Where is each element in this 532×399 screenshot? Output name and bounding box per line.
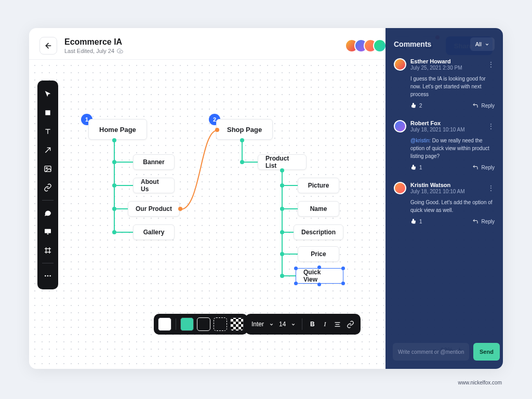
align-icon[interactable] xyxy=(334,321,341,328)
comment-text: @kristin: Do we really need the option o… xyxy=(410,137,495,160)
thumbs-up-icon xyxy=(410,102,417,109)
comment-more-button[interactable]: ⋮ xyxy=(487,60,495,69)
port xyxy=(280,230,284,234)
thumbs-up-icon xyxy=(410,164,417,170)
reply-button[interactable]: Reply xyxy=(472,218,495,224)
comment-tool[interactable] xyxy=(39,205,56,221)
back-button[interactable] xyxy=(39,37,57,55)
bold-button[interactable]: B xyxy=(309,321,316,328)
node-home-page[interactable]: Home Page xyxy=(88,119,147,140)
port xyxy=(280,207,284,211)
monitor-icon xyxy=(44,228,52,236)
selection-handle[interactable] xyxy=(317,283,321,286)
text-toolbar: Inter 14 B I xyxy=(245,314,361,335)
chevron-down-icon xyxy=(291,322,296,327)
comment-author: Kristin Watson xyxy=(410,182,483,188)
connector xyxy=(244,162,258,163)
port xyxy=(280,274,284,278)
comment: Esther Howard July 25, 2021 2:30 PM ⋮ I … xyxy=(394,58,495,109)
node-banner[interactable]: Banner xyxy=(133,154,175,170)
node-about-us[interactable]: About Us xyxy=(133,178,175,193)
selection-handle[interactable] xyxy=(294,282,298,285)
reply-button[interactable]: Reply xyxy=(472,102,495,109)
arrow-icon xyxy=(44,146,52,154)
comments-panel: Comments All Esther Howard July 25, 2021… xyxy=(385,28,503,369)
port xyxy=(112,207,116,211)
present-tool[interactable] xyxy=(39,223,56,240)
selection-handle[interactable] xyxy=(294,267,298,270)
svg-rect-18 xyxy=(45,229,51,233)
more-tool[interactable] xyxy=(39,268,56,284)
like-button[interactable]: 1 xyxy=(410,164,422,170)
doc-meta: Last Edited, July 24 xyxy=(64,48,123,54)
connector xyxy=(284,208,298,209)
connector xyxy=(116,208,128,209)
link-tool[interactable] xyxy=(39,179,56,196)
cursor-tool[interactable] xyxy=(39,86,56,102)
separator xyxy=(176,318,176,330)
frame-tool[interactable] xyxy=(39,242,56,259)
comments-filter[interactable]: All xyxy=(470,37,495,51)
selection-handle[interactable] xyxy=(341,282,345,285)
font-select[interactable]: Inter xyxy=(251,321,264,328)
connector xyxy=(284,254,298,255)
reply-icon xyxy=(472,218,478,224)
font-size-select[interactable]: 14 xyxy=(279,321,286,328)
pattern-checker[interactable] xyxy=(230,317,244,331)
avatar xyxy=(394,182,406,194)
send-button[interactable]: Send xyxy=(473,343,500,361)
node-quick-view[interactable]: Quick View xyxy=(296,268,343,284)
filter-label: All xyxy=(475,41,482,47)
italic-button[interactable]: I xyxy=(321,321,328,328)
fill-swatch[interactable] xyxy=(158,317,171,331)
comments-list: Esther Howard July 25, 2021 2:30 PM ⋮ I … xyxy=(385,58,503,337)
collaborator-avatars[interactable] xyxy=(349,39,387,52)
rectangle-tool[interactable] xyxy=(39,104,56,121)
border-solid[interactable] xyxy=(180,317,194,331)
border-outline[interactable] xyxy=(197,317,210,331)
port xyxy=(112,230,116,234)
node-name[interactable]: Name xyxy=(298,201,339,217)
comment-input[interactable] xyxy=(393,343,469,361)
arrow-left-icon xyxy=(44,42,52,50)
reply-button[interactable]: Reply xyxy=(472,164,495,170)
more-icon xyxy=(44,272,52,280)
node-shop-page[interactable]: Shop Page xyxy=(216,119,273,140)
port xyxy=(240,160,244,164)
like-button[interactable]: 1 xyxy=(410,218,422,224)
comment: Robert Fox July 18, 2021 10:10 AM ⋮ @kri… xyxy=(394,120,495,170)
image-tool[interactable] xyxy=(39,161,56,177)
like-button[interactable]: 2 xyxy=(410,102,422,109)
svg-rect-12 xyxy=(45,110,50,115)
selection-handle[interactable] xyxy=(341,267,345,270)
node-description[interactable]: Description xyxy=(294,224,343,240)
border-dashed[interactable] xyxy=(214,317,227,331)
comment-date: July 25, 2021 2:30 PM xyxy=(410,65,483,71)
reply-icon xyxy=(472,102,478,109)
like-count: 2 xyxy=(419,103,422,109)
selection-handle[interactable] xyxy=(317,265,321,269)
connector xyxy=(282,172,283,276)
connector xyxy=(242,142,243,163)
node-picture[interactable]: Picture xyxy=(298,178,339,193)
comment-more-button[interactable]: ⋮ xyxy=(487,122,495,130)
port xyxy=(112,160,116,164)
node-gallery[interactable]: Gallery xyxy=(133,224,175,240)
separator xyxy=(42,200,54,201)
port xyxy=(112,183,116,188)
comment-more-button[interactable]: ⋮ xyxy=(487,184,495,192)
avatar xyxy=(394,58,406,71)
thumbs-up-icon xyxy=(410,218,417,224)
like-count: 1 xyxy=(419,165,422,170)
footer-credit: www.nickelfox.com xyxy=(458,380,502,385)
port xyxy=(280,183,284,188)
node-our-product[interactable]: Our Product xyxy=(128,201,180,217)
separator xyxy=(302,318,302,330)
link-icon[interactable] xyxy=(347,321,354,328)
connector xyxy=(116,232,133,233)
text-tool[interactable] xyxy=(39,123,56,140)
arrow-tool[interactable] xyxy=(39,142,56,158)
node-price[interactable]: Price xyxy=(298,246,339,262)
node-product-list[interactable]: Product List xyxy=(258,154,307,170)
comment-date: July 18, 2021 10:10 AM xyxy=(410,189,483,194)
